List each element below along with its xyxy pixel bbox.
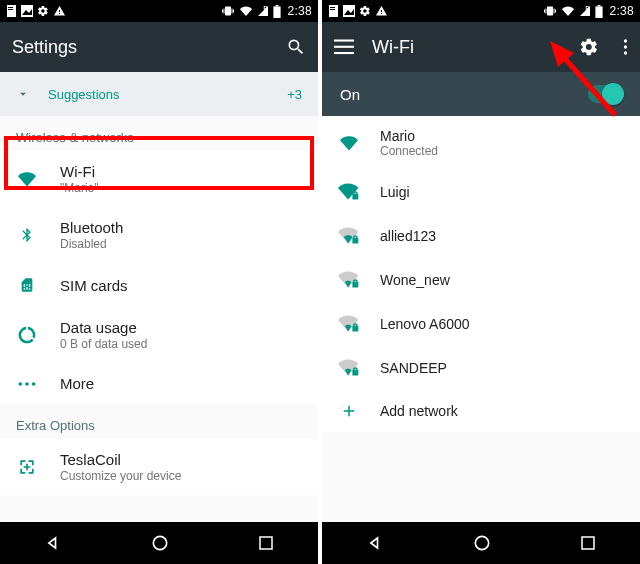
svg-point-24 xyxy=(624,39,627,42)
svg-rect-32 xyxy=(354,280,357,283)
network-name: Wone_new xyxy=(380,272,450,288)
home-button[interactable] xyxy=(150,533,170,553)
nav-bar xyxy=(0,522,318,564)
signal-icon: R xyxy=(257,5,269,17)
svg-rect-13 xyxy=(329,5,338,17)
sim-item[interactable]: SIM cards xyxy=(0,263,318,307)
network-name: SANDEEP xyxy=(380,360,447,376)
network-name: allied123 xyxy=(380,228,436,244)
svg-point-9 xyxy=(25,382,29,386)
back-button[interactable] xyxy=(365,533,385,553)
svg-rect-1 xyxy=(8,7,13,8)
more-vert-icon[interactable] xyxy=(623,38,628,56)
svg-point-8 xyxy=(19,382,23,386)
svg-rect-30 xyxy=(354,236,357,239)
bluetooth-item[interactable]: Bluetooth Disabled xyxy=(0,207,318,263)
svg-point-40 xyxy=(475,536,488,549)
svg-point-25 xyxy=(624,45,627,48)
battery-icon xyxy=(595,5,603,18)
add-network-item[interactable]: Add network xyxy=(322,390,640,432)
vibrate-icon xyxy=(221,5,235,17)
data-sub: 0 B of data used xyxy=(60,337,147,351)
svg-rect-20 xyxy=(596,6,603,18)
svg-rect-15 xyxy=(330,9,335,10)
svg-rect-21 xyxy=(334,40,354,42)
add-network-label: Add network xyxy=(380,403,458,419)
bluetooth-label: Bluetooth xyxy=(60,219,123,236)
svg-point-26 xyxy=(624,51,627,54)
svg-rect-0 xyxy=(7,5,16,17)
svg-rect-7 xyxy=(274,6,281,18)
wifi-status-icon xyxy=(561,5,575,17)
teslacoil-icon xyxy=(17,457,37,477)
network-item-wone[interactable]: Wone_new xyxy=(322,258,640,302)
svg-rect-34 xyxy=(354,324,357,327)
back-button[interactable] xyxy=(43,533,63,553)
network-name: Mario xyxy=(380,128,438,144)
svg-rect-14 xyxy=(330,7,335,8)
svg-text:R: R xyxy=(586,5,590,11)
gear-icon xyxy=(37,5,49,17)
wifi-toggle[interactable] xyxy=(588,85,622,103)
suggestions-row[interactable]: Suggestions +3 xyxy=(0,72,318,116)
settings-screen: R 2:38 Settings Suggestions +3 Wireless … xyxy=(0,0,318,564)
svg-rect-2 xyxy=(8,9,13,10)
gear-icon[interactable] xyxy=(579,37,599,57)
section-wireless-header: Wireless & networks xyxy=(0,116,318,151)
wifi-lock-weak-icon xyxy=(338,270,360,290)
svg-rect-28 xyxy=(354,192,357,195)
settings-appbar: Settings xyxy=(0,22,318,72)
wifi-item[interactable]: Wi-Fi "Mario" xyxy=(0,151,318,207)
warning-icon xyxy=(375,5,388,17)
wifi-lock-icon xyxy=(338,182,360,202)
svg-rect-12 xyxy=(260,537,272,549)
wifi-toggle-row: On xyxy=(322,72,640,116)
home-button[interactable] xyxy=(472,533,492,553)
svg-text:R: R xyxy=(264,5,268,11)
wifi-title: Wi-Fi xyxy=(372,37,561,58)
bluetooth-sub: Disabled xyxy=(60,237,123,251)
network-item-lenovo[interactable]: Lenovo A6000 xyxy=(322,302,640,346)
wifi-screen: R 2:38 Wi-Fi On Mario Connected xyxy=(322,0,640,564)
picture-icon xyxy=(343,5,355,17)
teslacoil-label: TeslaCoil xyxy=(60,451,181,468)
suggestions-count: +3 xyxy=(287,87,302,102)
teslacoil-item[interactable]: TeslaCoil Customize your device xyxy=(0,439,318,495)
gear-icon xyxy=(359,5,371,17)
chevron-down-icon xyxy=(16,87,30,101)
status-clock: 2:38 xyxy=(609,4,634,18)
wifi-on-label: On xyxy=(340,86,360,103)
settings-title: Settings xyxy=(12,37,268,58)
status-bar: R 2:38 xyxy=(322,0,640,22)
wifi-lock-weak-icon xyxy=(338,226,360,246)
hamburger-icon[interactable] xyxy=(334,39,354,55)
doc-icon xyxy=(328,5,339,17)
data-item[interactable]: Data usage 0 B of data used xyxy=(0,307,318,363)
network-name: Lenovo A6000 xyxy=(380,316,470,332)
network-name: Luigi xyxy=(380,184,410,200)
wifi-sub: "Mario" xyxy=(60,181,99,195)
search-icon[interactable] xyxy=(286,37,306,57)
network-item-mario[interactable]: Mario Connected xyxy=(322,116,640,170)
svg-point-11 xyxy=(153,536,166,549)
recent-button[interactable] xyxy=(579,534,597,552)
signal-icon: R xyxy=(579,5,591,17)
wifi-lock-weak-icon xyxy=(338,314,360,334)
network-item-luigi[interactable]: Luigi xyxy=(322,170,640,214)
recent-button[interactable] xyxy=(257,534,275,552)
more-item[interactable]: More xyxy=(0,363,318,404)
section-extra-header: Extra Options xyxy=(0,404,318,439)
warning-icon xyxy=(53,5,66,17)
picture-icon xyxy=(21,5,33,17)
wifi-full-icon xyxy=(338,134,360,152)
battery-icon xyxy=(273,5,281,18)
svg-rect-23 xyxy=(334,52,354,54)
bluetooth-icon xyxy=(19,224,35,246)
network-item-allied[interactable]: allied123 xyxy=(322,214,640,258)
svg-rect-6 xyxy=(276,5,279,6)
teslacoil-sub: Customize your device xyxy=(60,469,181,483)
network-item-sandeep[interactable]: SANDEEP xyxy=(322,346,640,390)
svg-rect-36 xyxy=(354,368,357,371)
wifi-label: Wi-Fi xyxy=(60,163,99,180)
status-clock: 2:38 xyxy=(287,4,312,18)
